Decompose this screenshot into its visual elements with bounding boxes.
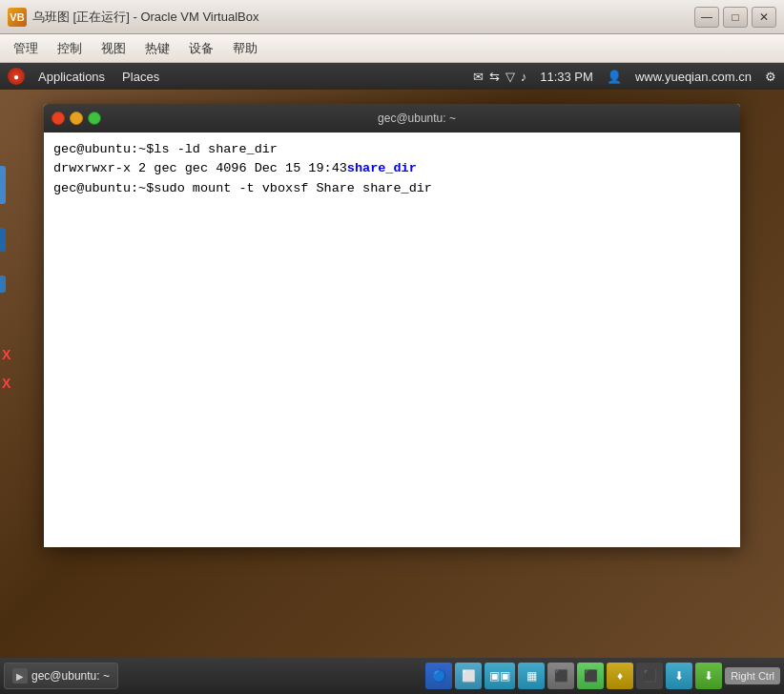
ubuntu-taskbar: ▶ gec@ubuntu: ~ 🔵 ⬜ ▣▣ ▦ ⬛ ⬛ ♦ ⬛ ⬇ ⬇ Rig… <box>0 658 784 694</box>
vbox-close-button[interactable]: ✕ <box>752 7 776 28</box>
left-x-marker: X <box>2 347 10 362</box>
user-icon: 👤 <box>607 70 622 84</box>
terminal-output-text: drwxrwxr-x 2 gec gec 4096 Dec 15 19:43 <box>53 159 347 178</box>
terminal-titlebar: gec@ubuntu: ~ <box>44 104 740 133</box>
email-icon: ✉ <box>473 70 484 84</box>
vbox-window-controls: — □ ✕ <box>694 7 776 28</box>
left-indicator-1 <box>0 166 6 204</box>
vbox-icon: VB <box>8 8 27 27</box>
ubuntu-top-panel: ● Applications Places ✉ ⇆ ▽ ♪ 11:33 PM 👤… <box>0 63 784 90</box>
terminal-command-1: ls -ld share_dir <box>154 140 278 159</box>
taskbar-terminal-item[interactable]: ▶ gec@ubuntu: ~ <box>4 663 118 689</box>
left-indicator-3 <box>0 276 6 293</box>
terminal-prompt-1: gec@ubuntu:~$ <box>53 140 154 159</box>
terminal-window: gec@ubuntu: ~ gec@ubuntu:~$ ls -ld share… <box>44 104 740 547</box>
vbox-menu-device[interactable]: 设备 <box>179 36 223 61</box>
vbox-menu-hotkey[interactable]: 热键 <box>135 36 179 61</box>
vbox-maximize-button[interactable]: □ <box>723 7 748 28</box>
terminal-line-1: gec@ubuntu:~$ ls -ld share_dir <box>53 140 731 159</box>
ubuntu-applications-menu[interactable]: Applications <box>31 68 113 86</box>
taskbar-right-area: 🔵 ⬜ ▣▣ ▦ ⬛ ⬛ ♦ ⬛ ⬇ ⬇ Right Ctrl <box>425 663 780 689</box>
ubuntu-guest-area: ● Applications Places ✉ ⇆ ▽ ♪ 11:33 PM 👤… <box>0 63 784 694</box>
vbox-minimize-button[interactable]: — <box>694 7 719 28</box>
vbox-menu-control[interactable]: 控制 <box>48 36 92 61</box>
vbox-menu-manage[interactable]: 管理 <box>4 36 48 61</box>
terminal-prompt-2: gec@ubuntu:~$ <box>53 179 154 198</box>
terminal-dir-highlight: share_dir <box>347 159 417 178</box>
volume-icon: ♪ <box>521 70 527 84</box>
terminal-command-2: sudo mount -t vboxsf Share share_dir <box>154 179 432 198</box>
panel-time: 11:33 PM <box>532 68 601 86</box>
taskbar-download-icon-2[interactable]: ⬇ <box>695 663 722 689</box>
ubuntu-desktop: X X gec@ubuntu: ~ gec@ubuntu:~$ ls -ld s… <box>0 90 784 658</box>
right-ctrl-label: Right Ctrl <box>725 667 780 684</box>
vbox-titlebar: VB 乌班图 [正在运行] - Oracle VM VirtualBox — □… <box>0 0 784 34</box>
taskbar-icon-7[interactable]: ♦ <box>607 663 633 689</box>
network-icon: ⇆ <box>489 70 500 84</box>
panel-website: www.yueqian.com.cn <box>628 68 759 86</box>
taskbar-icon-8[interactable]: ⬛ <box>636 663 663 689</box>
terminal-line-3: gec@ubuntu:~$ sudo mount -t vboxsf Share… <box>53 179 731 198</box>
ubuntu-panel-left: ● Applications Places <box>8 68 167 86</box>
vbox-menu-view[interactable]: 视图 <box>92 36 135 61</box>
taskbar-download-icon-1[interactable]: ⬇ <box>666 663 692 689</box>
terminal-close-button[interactable] <box>52 112 65 125</box>
taskbar-icon-4[interactable]: ▦ <box>518 663 545 689</box>
vbox-menubar: 管理 控制 视图 热键 设备 帮助 <box>0 34 784 63</box>
taskbar-terminal-label: gec@ubuntu: ~ <box>31 669 110 683</box>
wifi-icon: ▽ <box>505 70 515 84</box>
ubuntu-places-menu[interactable]: Places <box>114 68 167 86</box>
terminal-title: gec@ubuntu: ~ <box>101 112 732 125</box>
taskbar-terminal-icon: ▶ <box>12 668 28 684</box>
ubuntu-panel-right: ✉ ⇆ ▽ ♪ 11:33 PM 👤 www.yueqian.com.cn ⚙ <box>473 68 776 86</box>
terminal-minimize-button[interactable] <box>70 112 83 125</box>
taskbar-icon-5[interactable]: ⬛ <box>547 663 574 689</box>
left-x-marker2: X <box>2 376 10 391</box>
terminal-maximize-button[interactable] <box>88 112 101 125</box>
taskbar-icon-6[interactable]: ⬛ <box>577 663 604 689</box>
taskbar-icon-1[interactable]: 🔵 <box>425 663 452 689</box>
virtualbox-window: VB 乌班图 [正在运行] - Oracle VM VirtualBox — □… <box>0 0 784 694</box>
left-indicators <box>0 166 6 293</box>
terminal-line-2: drwxrwxr-x 2 gec gec 4096 Dec 15 19:43 s… <box>53 159 731 178</box>
vbox-menu-help[interactable]: 帮助 <box>223 36 267 61</box>
terminal-body[interactable]: gec@ubuntu:~$ ls -ld share_dir drwxrwxr-… <box>44 133 740 547</box>
taskbar-icon-2[interactable]: ⬜ <box>455 663 482 689</box>
taskbar-icon-3[interactable]: ▣▣ <box>485 663 515 689</box>
left-indicator-2 <box>0 228 6 252</box>
vbox-title: 乌班图 [正在运行] - Oracle VM VirtualBox <box>32 9 694 26</box>
ubuntu-logo-icon: ● <box>8 68 25 85</box>
settings-icon[interactable]: ⚙ <box>765 70 776 84</box>
